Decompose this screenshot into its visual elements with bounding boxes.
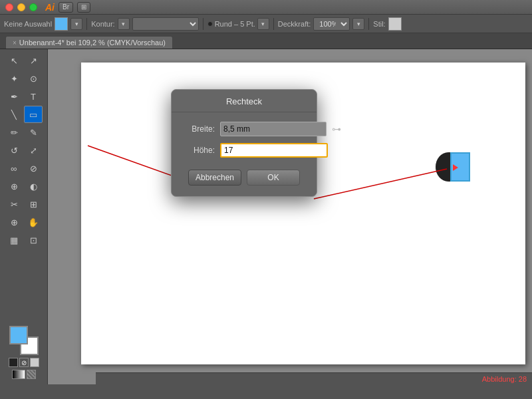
tab-title: Unbenannt-4* bei 109,2 % (CMYK/Vorschau) bbox=[19, 39, 166, 47]
breite-row: Breite: ⊶ bbox=[185, 122, 303, 136]
dialog-buttons: Abbrechen OK bbox=[172, 170, 317, 186]
no-selection-label: Keine Auswahl bbox=[4, 20, 52, 28]
black-swatch[interactable] bbox=[9, 358, 18, 367]
app-logo: Ai bbox=[45, 2, 55, 13]
link-proportions-icon[interactable]: ⊶ bbox=[332, 124, 341, 134]
text-tool[interactable]: T bbox=[24, 88, 43, 105]
toolbar: Keine Auswahl ▾ Kontur: ▾ Rund – 5 Pt. ▾… bbox=[0, 15, 532, 33]
tab-bar: × Unbenannt-4* bei 109,2 % (CMYK/Vorscha… bbox=[0, 33, 532, 49]
brush-select-button[interactable]: ▾ bbox=[257, 18, 269, 30]
tab-close[interactable]: × bbox=[13, 39, 17, 47]
bridge-button[interactable]: Br bbox=[59, 2, 73, 13]
stil-label: Stil: bbox=[373, 20, 385, 28]
left-toolbar: ↖ ↗ ✦ ⊙ ✒ T ╲ ▭ ✏ ✎ ↺ ⤢ ∞ ⊘ ⊕ ◐ bbox=[0, 49, 48, 384]
none-swatch[interactable]: ⊘ bbox=[19, 358, 29, 367]
sep3 bbox=[273, 18, 274, 30]
white-swatch[interactable] bbox=[30, 358, 39, 367]
deckkraft-label: Deckkraft: bbox=[278, 20, 311, 28]
status-text: Abbildung: 28 bbox=[482, 375, 527, 383]
chart-tool[interactable]: ▦ bbox=[5, 231, 23, 249]
title-bar: Ai Br ⊞ bbox=[0, 0, 532, 15]
rect-tool[interactable]: ▭ bbox=[24, 106, 43, 123]
gradient-swatch[interactable] bbox=[12, 370, 25, 379]
status-bar: Abbildung: 28 bbox=[96, 372, 532, 384]
hand-tool[interactable]: ✋ bbox=[24, 213, 43, 231]
cancel-button[interactable]: Abbrechen bbox=[188, 170, 241, 186]
minimize-button[interactable] bbox=[17, 3, 25, 11]
breite-input[interactable] bbox=[220, 122, 327, 136]
deckkraft-select[interactable]: 100% bbox=[313, 17, 350, 31]
magic-wand-tool[interactable]: ✦ bbox=[5, 70, 23, 87]
dialog-title: Rechteck bbox=[172, 90, 317, 112]
line-tool[interactable]: ╲ bbox=[5, 106, 23, 123]
canvas-area[interactable]: Rechteck Breite: ⊶ Höhe: Abbrechen OK bbox=[48, 49, 532, 384]
foreground-color-swatch[interactable] bbox=[9, 326, 28, 344]
shape-arrow bbox=[453, 164, 458, 171]
breite-label: Breite: bbox=[185, 124, 215, 134]
dialog-body: Breite: ⊶ Höhe: bbox=[172, 112, 317, 164]
paint-bucket-tool[interactable]: ◐ bbox=[24, 178, 43, 195]
pattern-swatch[interactable] bbox=[27, 370, 36, 379]
fill-swatch[interactable] bbox=[55, 17, 68, 31]
pen-tool[interactable]: ✒ bbox=[5, 88, 23, 105]
document-tab[interactable]: × Unbenannt-4* bei 109,2 % (CMYK/Vorscha… bbox=[5, 36, 173, 49]
sep2 bbox=[203, 18, 203, 30]
color-swatches[interactable] bbox=[9, 326, 39, 355]
artboard-tool[interactable]: ⊡ bbox=[24, 231, 43, 249]
hoehe-row: Höhe: bbox=[185, 143, 303, 158]
kontur-options-button[interactable]: ▾ bbox=[118, 18, 130, 30]
direct-selection-tool[interactable]: ↗ bbox=[24, 52, 43, 69]
maximize-button[interactable] bbox=[29, 3, 37, 11]
eraser-tool[interactable]: ⊘ bbox=[24, 160, 43, 177]
blend-tool[interactable]: ∞ bbox=[5, 160, 23, 177]
main-area: ↖ ↗ ✦ ⊙ ✒ T ╲ ▭ ✏ ✎ ↺ ⤢ ∞ ⊘ ⊕ ◐ bbox=[0, 49, 532, 384]
canvas-shape bbox=[436, 152, 475, 182]
zoom-tool[interactable]: ⊕ bbox=[5, 213, 23, 231]
sep4 bbox=[368, 18, 369, 30]
stil-swatch[interactable] bbox=[388, 17, 402, 31]
ok-button[interactable]: OK bbox=[247, 170, 300, 186]
close-button[interactable] bbox=[5, 3, 13, 11]
brush-preview bbox=[207, 21, 213, 27]
kontur-label: Kontur: bbox=[91, 20, 114, 28]
brush-label: Rund – 5 Pt. bbox=[215, 20, 255, 28]
brush-tool[interactable]: ✏ bbox=[5, 124, 23, 141]
hoehe-input[interactable] bbox=[220, 143, 328, 158]
workspace-button[interactable]: ⊞ bbox=[77, 2, 90, 13]
pencil-tool[interactable]: ✎ bbox=[24, 124, 43, 141]
scale-tool[interactable]: ⤢ bbox=[24, 142, 43, 159]
color-panel: ⊘ bbox=[6, 323, 42, 382]
fill-options-button[interactable]: ▾ bbox=[70, 18, 82, 30]
scissors-tool[interactable]: ✂ bbox=[5, 196, 23, 213]
selection-tool[interactable]: ↖ bbox=[5, 52, 23, 69]
rechteck-dialog[interactable]: Rechteck Breite: ⊶ Höhe: Abbrechen OK bbox=[171, 89, 317, 197]
sep1 bbox=[86, 18, 87, 30]
deckkraft-options[interactable]: ▾ bbox=[352, 18, 364, 30]
slice-tool[interactable]: ⊞ bbox=[24, 196, 43, 213]
eyedropper-tool[interactable]: ⊕ bbox=[5, 178, 23, 195]
kontur-select[interactable] bbox=[132, 17, 199, 31]
hoehe-label: Höhe: bbox=[185, 146, 215, 155]
lasso-tool[interactable]: ⊙ bbox=[24, 70, 43, 87]
rotate-tool[interactable]: ↺ bbox=[5, 142, 23, 159]
